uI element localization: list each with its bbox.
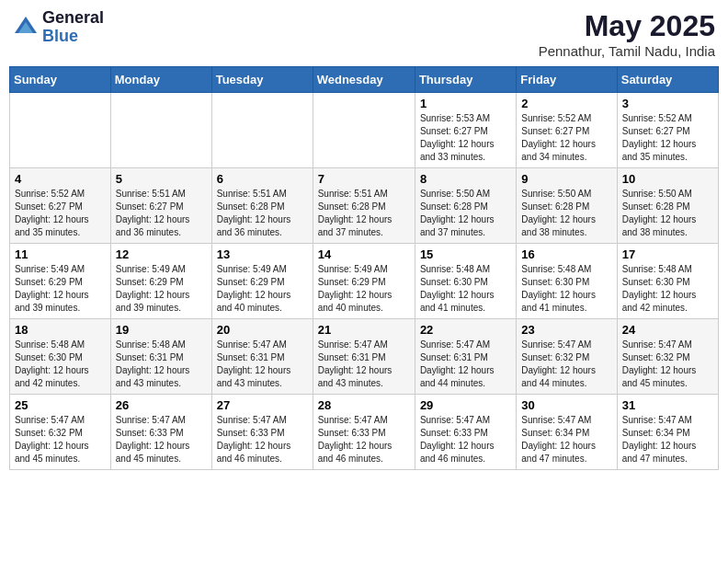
day-number: 22 bbox=[420, 323, 511, 337]
day-number: 24 bbox=[622, 323, 713, 337]
calendar-cell: 8Sunrise: 5:50 AMSunset: 6:28 PMDaylight… bbox=[415, 168, 516, 244]
day-number: 28 bbox=[318, 398, 410, 412]
day-number: 10 bbox=[622, 172, 713, 186]
day-info: Sunrise: 5:49 AMSunset: 6:29 PMDaylight:… bbox=[318, 263, 410, 315]
day-number: 14 bbox=[318, 247, 410, 261]
day-info: Sunrise: 5:47 AMSunset: 6:33 PMDaylight:… bbox=[217, 414, 308, 465]
calendar-cell: 29Sunrise: 5:47 AMSunset: 6:33 PMDayligh… bbox=[415, 395, 516, 470]
day-number: 23 bbox=[521, 323, 611, 337]
calendar-cell: 24Sunrise: 5:47 AMSunset: 6:32 PMDayligh… bbox=[617, 319, 718, 395]
day-number: 26 bbox=[116, 398, 207, 412]
day-info: Sunrise: 5:53 AMSunset: 6:27 PMDaylight:… bbox=[420, 112, 511, 164]
calendar-cell: 7Sunrise: 5:51 AMSunset: 6:28 PMDaylight… bbox=[313, 168, 415, 244]
calendar-cell: 17Sunrise: 5:48 AMSunset: 6:30 PMDayligh… bbox=[617, 244, 718, 319]
calendar-cell: 26Sunrise: 5:47 AMSunset: 6:33 PMDayligh… bbox=[110, 395, 211, 470]
day-info: Sunrise: 5:51 AMSunset: 6:28 PMDaylight:… bbox=[217, 188, 308, 239]
day-number: 5 bbox=[116, 172, 207, 186]
location-subtitle: Pennathur, Tamil Nadu, India bbox=[539, 43, 715, 59]
calendar-cell: 25Sunrise: 5:47 AMSunset: 6:32 PMDayligh… bbox=[10, 395, 111, 470]
week-row-4: 18Sunrise: 5:48 AMSunset: 6:30 PMDayligh… bbox=[10, 319, 719, 395]
day-number: 16 bbox=[521, 247, 611, 261]
day-number: 9 bbox=[521, 172, 611, 186]
calendar-table: SundayMondayTuesdayWednesdayThursdayFrid… bbox=[9, 66, 719, 470]
day-info: Sunrise: 5:47 AMSunset: 6:33 PMDaylight:… bbox=[318, 414, 410, 465]
day-info: Sunrise: 5:51 AMSunset: 6:28 PMDaylight:… bbox=[318, 188, 410, 239]
day-info: Sunrise: 5:47 AMSunset: 6:32 PMDaylight:… bbox=[622, 339, 713, 390]
calendar-cell: 11Sunrise: 5:49 AMSunset: 6:29 PMDayligh… bbox=[10, 244, 111, 319]
page-header: General Blue May 2025 Pennathur, Tamil N… bbox=[9, 9, 719, 59]
day-number: 15 bbox=[420, 247, 511, 261]
day-number: 18 bbox=[15, 323, 106, 337]
week-row-3: 11Sunrise: 5:49 AMSunset: 6:29 PMDayligh… bbox=[10, 244, 719, 319]
day-info: Sunrise: 5:50 AMSunset: 6:28 PMDaylight:… bbox=[420, 188, 511, 239]
day-info: Sunrise: 5:50 AMSunset: 6:28 PMDaylight:… bbox=[521, 188, 611, 239]
day-number: 8 bbox=[420, 172, 511, 186]
weekday-header-sunday: Sunday bbox=[10, 67, 111, 93]
day-number: 19 bbox=[116, 323, 207, 337]
day-info: Sunrise: 5:47 AMSunset: 6:31 PMDaylight:… bbox=[217, 339, 308, 390]
day-number: 11 bbox=[15, 247, 106, 261]
weekday-header-wednesday: Wednesday bbox=[313, 67, 415, 93]
day-number: 6 bbox=[217, 172, 308, 186]
calendar-cell: 28Sunrise: 5:47 AMSunset: 6:33 PMDayligh… bbox=[313, 395, 415, 470]
logo-icon bbox=[13, 15, 39, 40]
logo-text: General Blue bbox=[42, 9, 104, 46]
day-info: Sunrise: 5:47 AMSunset: 6:32 PMDaylight:… bbox=[521, 339, 611, 390]
calendar-cell: 16Sunrise: 5:48 AMSunset: 6:30 PMDayligh… bbox=[517, 244, 617, 319]
calendar-cell bbox=[10, 93, 111, 168]
calendar-cell: 27Sunrise: 5:47 AMSunset: 6:33 PMDayligh… bbox=[211, 395, 313, 470]
day-number: 2 bbox=[521, 97, 611, 110]
calendar-cell: 14Sunrise: 5:49 AMSunset: 6:29 PMDayligh… bbox=[313, 244, 415, 319]
day-info: Sunrise: 5:47 AMSunset: 6:31 PMDaylight:… bbox=[318, 339, 410, 390]
week-row-5: 25Sunrise: 5:47 AMSunset: 6:32 PMDayligh… bbox=[10, 395, 719, 470]
calendar-cell: 2Sunrise: 5:52 AMSunset: 6:27 PMDaylight… bbox=[517, 93, 617, 168]
day-info: Sunrise: 5:47 AMSunset: 6:33 PMDaylight:… bbox=[420, 414, 511, 465]
day-number: 27 bbox=[217, 398, 308, 412]
day-info: Sunrise: 5:48 AMSunset: 6:31 PMDaylight:… bbox=[116, 339, 207, 390]
logo-blue: Blue bbox=[42, 28, 104, 46]
day-info: Sunrise: 5:48 AMSunset: 6:30 PMDaylight:… bbox=[420, 263, 511, 315]
month-title: May 2025 bbox=[539, 9, 715, 43]
calendar-cell: 20Sunrise: 5:47 AMSunset: 6:31 PMDayligh… bbox=[211, 319, 313, 395]
calendar-cell: 21Sunrise: 5:47 AMSunset: 6:31 PMDayligh… bbox=[313, 319, 415, 395]
weekday-header-tuesday: Tuesday bbox=[211, 67, 313, 93]
calendar-cell: 15Sunrise: 5:48 AMSunset: 6:30 PMDayligh… bbox=[415, 244, 516, 319]
weekday-header-saturday: Saturday bbox=[617, 67, 718, 93]
calendar-cell: 9Sunrise: 5:50 AMSunset: 6:28 PMDaylight… bbox=[517, 168, 617, 244]
day-number: 17 bbox=[622, 247, 713, 261]
calendar-cell: 18Sunrise: 5:48 AMSunset: 6:30 PMDayligh… bbox=[10, 319, 111, 395]
calendar-cell: 3Sunrise: 5:52 AMSunset: 6:27 PMDaylight… bbox=[617, 93, 718, 168]
calendar-cell: 30Sunrise: 5:47 AMSunset: 6:34 PMDayligh… bbox=[517, 395, 617, 470]
calendar-cell: 4Sunrise: 5:52 AMSunset: 6:27 PMDaylight… bbox=[10, 168, 111, 244]
calendar-cell: 22Sunrise: 5:47 AMSunset: 6:31 PMDayligh… bbox=[415, 319, 516, 395]
day-info: Sunrise: 5:48 AMSunset: 6:30 PMDaylight:… bbox=[622, 263, 713, 315]
calendar-cell: 12Sunrise: 5:49 AMSunset: 6:29 PMDayligh… bbox=[110, 244, 211, 319]
calendar-cell: 31Sunrise: 5:47 AMSunset: 6:34 PMDayligh… bbox=[617, 395, 718, 470]
calendar-cell: 19Sunrise: 5:48 AMSunset: 6:31 PMDayligh… bbox=[110, 319, 211, 395]
day-info: Sunrise: 5:49 AMSunset: 6:29 PMDaylight:… bbox=[217, 263, 308, 315]
day-number: 12 bbox=[116, 247, 207, 261]
calendar-cell bbox=[211, 93, 313, 168]
calendar-cell: 5Sunrise: 5:51 AMSunset: 6:27 PMDaylight… bbox=[110, 168, 211, 244]
week-row-2: 4Sunrise: 5:52 AMSunset: 6:27 PMDaylight… bbox=[10, 168, 719, 244]
day-info: Sunrise: 5:47 AMSunset: 6:32 PMDaylight:… bbox=[15, 414, 106, 465]
weekday-header-friday: Friday bbox=[517, 67, 617, 93]
calendar-cell: 23Sunrise: 5:47 AMSunset: 6:32 PMDayligh… bbox=[517, 319, 617, 395]
calendar-cell: 6Sunrise: 5:51 AMSunset: 6:28 PMDaylight… bbox=[211, 168, 313, 244]
logo: General Blue bbox=[13, 9, 104, 46]
day-number: 29 bbox=[420, 398, 511, 412]
day-info: Sunrise: 5:47 AMSunset: 6:31 PMDaylight:… bbox=[420, 339, 511, 390]
day-number: 31 bbox=[622, 398, 713, 412]
day-info: Sunrise: 5:47 AMSunset: 6:33 PMDaylight:… bbox=[116, 414, 207, 465]
calendar-cell: 1Sunrise: 5:53 AMSunset: 6:27 PMDaylight… bbox=[415, 93, 516, 168]
calendar-cell bbox=[313, 93, 415, 168]
day-number: 4 bbox=[15, 172, 106, 186]
day-info: Sunrise: 5:49 AMSunset: 6:29 PMDaylight:… bbox=[15, 263, 106, 315]
day-number: 7 bbox=[318, 172, 410, 186]
day-info: Sunrise: 5:48 AMSunset: 6:30 PMDaylight:… bbox=[15, 339, 106, 390]
weekday-header-row: SundayMondayTuesdayWednesdayThursdayFrid… bbox=[10, 67, 719, 93]
calendar-cell: 13Sunrise: 5:49 AMSunset: 6:29 PMDayligh… bbox=[211, 244, 313, 319]
day-info: Sunrise: 5:47 AMSunset: 6:34 PMDaylight:… bbox=[622, 414, 713, 465]
title-area: May 2025 Pennathur, Tamil Nadu, India bbox=[539, 9, 715, 59]
day-info: Sunrise: 5:49 AMSunset: 6:29 PMDaylight:… bbox=[116, 263, 207, 315]
